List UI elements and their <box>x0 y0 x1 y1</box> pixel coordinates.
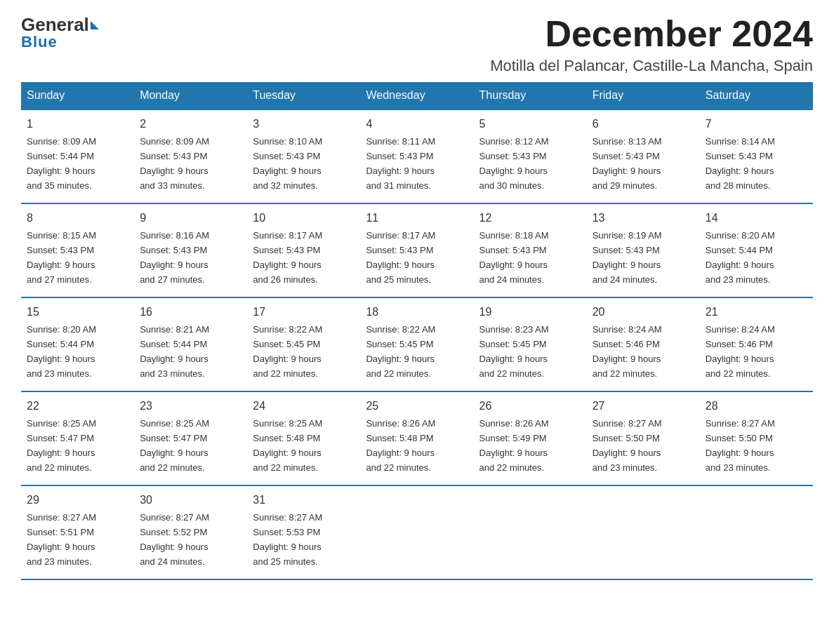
day-info: Sunrise: 8:12 AM Sunset: 5:43 PM Dayligh… <box>479 136 549 191</box>
day-number: 24 <box>253 398 355 415</box>
day-number: 7 <box>706 116 807 133</box>
day-info: Sunrise: 8:27 AM Sunset: 5:51 PM Dayligh… <box>27 512 96 567</box>
calendar-cell: 22 Sunrise: 8:25 AM Sunset: 5:47 PM Dayl… <box>21 391 134 485</box>
calendar-cell: 1 Sunrise: 8:09 AM Sunset: 5:44 PM Dayli… <box>21 109 134 203</box>
location-subtitle: Motilla del Palancar, Castille-La Mancha… <box>490 57 813 75</box>
day-info: Sunrise: 8:22 AM Sunset: 5:45 PM Dayligh… <box>366 324 435 379</box>
day-info: Sunrise: 8:25 AM Sunset: 5:47 PM Dayligh… <box>27 418 96 473</box>
calendar-cell: 20 Sunrise: 8:24 AM Sunset: 5:46 PM Dayl… <box>587 297 700 391</box>
day-info: Sunrise: 8:27 AM Sunset: 5:52 PM Dayligh… <box>140 512 209 567</box>
day-number: 21 <box>706 304 807 321</box>
calendar-week-row: 22 Sunrise: 8:25 AM Sunset: 5:47 PM Dayl… <box>21 391 813 485</box>
day-info: Sunrise: 8:16 AM Sunset: 5:43 PM Dayligh… <box>140 230 209 285</box>
day-number: 12 <box>479 210 581 227</box>
day-of-week-header: Tuesday <box>247 82 360 109</box>
day-number: 25 <box>366 398 468 415</box>
day-number: 5 <box>479 116 581 133</box>
title-section: December 2024 Motilla del Palancar, Cast… <box>490 14 813 75</box>
day-of-week-header: Thursday <box>474 82 587 109</box>
day-of-week-header: Wednesday <box>360 82 473 109</box>
calendar-cell <box>700 485 813 579</box>
calendar-header-row: SundayMondayTuesdayWednesdayThursdayFrid… <box>21 82 813 109</box>
day-info: Sunrise: 8:27 AM Sunset: 5:50 PM Dayligh… <box>593 418 662 473</box>
calendar-cell: 25 Sunrise: 8:26 AM Sunset: 5:48 PM Dayl… <box>360 391 473 485</box>
day-of-week-header: Sunday <box>21 82 134 109</box>
day-of-week-header: Monday <box>134 82 247 109</box>
day-number: 20 <box>593 304 694 321</box>
calendar-cell: 4 Sunrise: 8:11 AM Sunset: 5:43 PM Dayli… <box>360 109 473 203</box>
calendar-week-row: 1 Sunrise: 8:09 AM Sunset: 5:44 PM Dayli… <box>21 109 813 203</box>
day-number: 28 <box>706 398 807 415</box>
calendar-cell: 14 Sunrise: 8:20 AM Sunset: 5:44 PM Dayl… <box>700 203 813 297</box>
calendar-cell: 6 Sunrise: 8:13 AM Sunset: 5:43 PM Dayli… <box>587 109 700 203</box>
day-info: Sunrise: 8:25 AM Sunset: 5:48 PM Dayligh… <box>253 418 322 473</box>
calendar-cell <box>587 485 700 579</box>
calendar-cell: 28 Sunrise: 8:27 AM Sunset: 5:50 PM Dayl… <box>700 391 813 485</box>
calendar-cell: 2 Sunrise: 8:09 AM Sunset: 5:43 PM Dayli… <box>134 109 247 203</box>
day-info: Sunrise: 8:22 AM Sunset: 5:45 PM Dayligh… <box>253 324 322 379</box>
day-info: Sunrise: 8:09 AM Sunset: 5:44 PM Dayligh… <box>27 136 96 191</box>
day-number: 18 <box>366 304 468 321</box>
day-number: 26 <box>479 398 581 415</box>
logo: General Blue <box>21 14 99 51</box>
day-number: 27 <box>593 398 694 415</box>
calendar-cell: 18 Sunrise: 8:22 AM Sunset: 5:45 PM Dayl… <box>360 297 473 391</box>
calendar-cell <box>360 485 473 579</box>
day-number: 2 <box>140 116 241 133</box>
calendar-cell: 26 Sunrise: 8:26 AM Sunset: 5:49 PM Dayl… <box>474 391 587 485</box>
day-number: 29 <box>27 492 128 509</box>
calendar-cell <box>474 485 587 579</box>
day-number: 23 <box>140 398 241 415</box>
calendar-cell: 27 Sunrise: 8:27 AM Sunset: 5:50 PM Dayl… <box>587 391 700 485</box>
day-info: Sunrise: 8:24 AM Sunset: 5:46 PM Dayligh… <box>706 324 775 379</box>
calendar-cell: 15 Sunrise: 8:20 AM Sunset: 5:44 PM Dayl… <box>21 297 134 391</box>
day-number: 16 <box>140 304 241 321</box>
calendar-week-row: 8 Sunrise: 8:15 AM Sunset: 5:43 PM Dayli… <box>21 203 813 297</box>
calendar-table: SundayMondayTuesdayWednesdayThursdayFrid… <box>21 82 813 580</box>
day-of-week-header: Friday <box>587 82 700 109</box>
day-info: Sunrise: 8:26 AM Sunset: 5:48 PM Dayligh… <box>366 418 435 473</box>
day-number: 1 <box>27 116 128 133</box>
day-info: Sunrise: 8:09 AM Sunset: 5:43 PM Dayligh… <box>140 136 209 191</box>
day-info: Sunrise: 8:23 AM Sunset: 5:45 PM Dayligh… <box>479 324 549 379</box>
calendar-cell: 16 Sunrise: 8:21 AM Sunset: 5:44 PM Dayl… <box>134 297 247 391</box>
day-number: 22 <box>27 398 128 415</box>
page-header: General Blue December 2024 Motilla del P… <box>21 14 813 75</box>
day-info: Sunrise: 8:15 AM Sunset: 5:43 PM Dayligh… <box>27 230 96 285</box>
calendar-cell: 9 Sunrise: 8:16 AM Sunset: 5:43 PM Dayli… <box>134 203 247 297</box>
day-number: 31 <box>253 492 355 509</box>
day-info: Sunrise: 8:11 AM Sunset: 5:43 PM Dayligh… <box>366 136 435 191</box>
calendar-cell: 11 Sunrise: 8:17 AM Sunset: 5:43 PM Dayl… <box>360 203 473 297</box>
day-info: Sunrise: 8:24 AM Sunset: 5:46 PM Dayligh… <box>593 324 662 379</box>
day-number: 14 <box>706 210 807 227</box>
logo-blue-text: Blue <box>21 33 58 51</box>
calendar-cell: 8 Sunrise: 8:15 AM Sunset: 5:43 PM Dayli… <box>21 203 134 297</box>
day-number: 19 <box>479 304 581 321</box>
calendar-cell: 24 Sunrise: 8:25 AM Sunset: 5:48 PM Dayl… <box>247 391 360 485</box>
day-number: 13 <box>593 210 694 227</box>
day-number: 8 <box>27 210 128 227</box>
calendar-cell: 7 Sunrise: 8:14 AM Sunset: 5:43 PM Dayli… <box>700 109 813 203</box>
calendar-cell: 31 Sunrise: 8:27 AM Sunset: 5:53 PM Dayl… <box>247 485 360 579</box>
day-info: Sunrise: 8:21 AM Sunset: 5:44 PM Dayligh… <box>140 324 209 379</box>
day-number: 3 <box>253 116 355 133</box>
day-number: 9 <box>140 210 241 227</box>
calendar-week-row: 29 Sunrise: 8:27 AM Sunset: 5:51 PM Dayl… <box>21 485 813 579</box>
day-number: 17 <box>253 304 355 321</box>
calendar-cell: 29 Sunrise: 8:27 AM Sunset: 5:51 PM Dayl… <box>21 485 134 579</box>
calendar-cell: 10 Sunrise: 8:17 AM Sunset: 5:43 PM Dayl… <box>247 203 360 297</box>
day-info: Sunrise: 8:20 AM Sunset: 5:44 PM Dayligh… <box>706 230 775 285</box>
calendar-cell: 3 Sunrise: 8:10 AM Sunset: 5:43 PM Dayli… <box>247 109 360 203</box>
calendar-cell: 23 Sunrise: 8:25 AM Sunset: 5:47 PM Dayl… <box>134 391 247 485</box>
day-info: Sunrise: 8:27 AM Sunset: 5:53 PM Dayligh… <box>253 512 322 567</box>
day-number: 15 <box>27 304 128 321</box>
day-info: Sunrise: 8:18 AM Sunset: 5:43 PM Dayligh… <box>479 230 549 285</box>
calendar-week-row: 15 Sunrise: 8:20 AM Sunset: 5:44 PM Dayl… <box>21 297 813 391</box>
day-number: 6 <box>593 116 694 133</box>
calendar-cell: 13 Sunrise: 8:19 AM Sunset: 5:43 PM Dayl… <box>587 203 700 297</box>
day-info: Sunrise: 8:19 AM Sunset: 5:43 PM Dayligh… <box>593 230 662 285</box>
day-number: 4 <box>366 116 468 133</box>
calendar-cell: 19 Sunrise: 8:23 AM Sunset: 5:45 PM Dayl… <box>474 297 587 391</box>
calendar-cell: 17 Sunrise: 8:22 AM Sunset: 5:45 PM Dayl… <box>247 297 360 391</box>
logo-triangle-icon <box>91 21 99 29</box>
